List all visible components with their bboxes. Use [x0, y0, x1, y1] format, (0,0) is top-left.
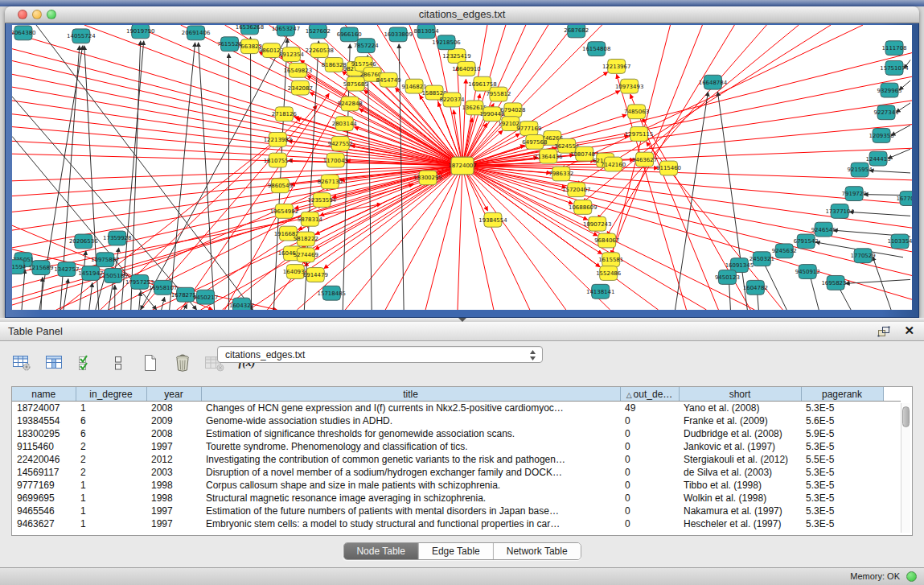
table-row[interactable]: 946362711997Embryonic stem cells: a mode…: [12, 517, 901, 530]
select-rows-icon[interactable]: [76, 352, 97, 373]
table-cell[interactable]: Nakamura et al. (1997): [679, 505, 801, 517]
column-header-short[interactable]: short: [679, 387, 801, 402]
column-header-out_de[interactable]: △out_de…: [620, 387, 679, 402]
table-cell[interactable]: 5.6E-5: [801, 414, 883, 427]
table-cell[interactable]: 2003: [146, 466, 201, 479]
table-cell[interactable]: 2: [76, 453, 146, 466]
table-cell[interactable]: de Silva et al. (2003): [679, 466, 801, 479]
table-row[interactable]: 1456911722003Disruption of a novel membe…: [12, 466, 901, 479]
table-cell[interactable]: 1998: [146, 479, 201, 492]
table-cell[interactable]: 18724007: [12, 402, 76, 415]
tab-edge-table[interactable]: Edge Table: [419, 543, 494, 559]
table-cell[interactable]: 5.3E-5: [801, 440, 883, 453]
table-cell[interactable]: 0: [620, 414, 679, 427]
row-height-icon[interactable]: [108, 352, 129, 373]
table-cell[interactable]: 6: [76, 414, 146, 427]
table-cell[interactable]: 0: [620, 453, 679, 466]
table-row[interactable]: 1938455462009Genome-wide association stu…: [12, 414, 901, 427]
table-cell[interactable]: Corpus callosum shape and size in male p…: [201, 479, 620, 492]
table-cell[interactable]: 5.3E-5: [801, 517, 883, 530]
column-header-year[interactable]: year: [146, 387, 201, 402]
table-vertical-scrollbar[interactable]: [901, 403, 910, 533]
table-cell[interactable]: 9777169: [12, 479, 76, 492]
table-cell[interactable]: 0: [620, 427, 679, 440]
tab-network-table[interactable]: Network Table: [494, 543, 581, 559]
table-cell[interactable]: 9115460: [12, 440, 76, 453]
table-cell[interactable]: 1: [76, 402, 146, 415]
table-cell[interactable]: Estimation of significance thresholds fo…: [201, 427, 620, 440]
table-cell[interactable]: 5.9E-5: [801, 427, 883, 440]
table-cell[interactable]: Changes of HCN gene expression and I(f) …: [201, 402, 620, 415]
table-cell[interactable]: 1997: [146, 440, 201, 453]
table-cell[interactable]: 1: [76, 505, 146, 517]
table-cell[interactable]: 5.3E-5: [801, 492, 883, 505]
table-cell[interactable]: 2009: [146, 414, 201, 427]
table-cell[interactable]: 0: [620, 479, 679, 492]
column-header-pagerank[interactable]: pagerank: [801, 387, 883, 402]
table-row[interactable]: 1872400712008Changes of HCN gene express…: [12, 402, 901, 415]
table-cell[interactable]: Franke et al. (2009): [679, 414, 801, 427]
table-cell[interactable]: Estimation of the future numbers of pati…: [201, 505, 620, 517]
table-cell[interactable]: 6: [76, 427, 146, 440]
table-cell[interactable]: 0: [620, 505, 679, 517]
table-row[interactable]: 1830029562008Estimation of significance …: [12, 427, 901, 440]
table-cell[interactable]: 1997: [146, 517, 201, 530]
column-visibility-icon[interactable]: [43, 352, 64, 373]
table-cell[interactable]: 1: [76, 492, 146, 505]
table-cell[interactable]: 0: [620, 466, 679, 479]
table-cell[interactable]: 2: [76, 466, 146, 479]
zoom-traffic-light-icon[interactable]: [47, 10, 56, 19]
table-row[interactable]: 969969511998Structural magnetic resonanc…: [12, 492, 901, 505]
table-cell[interactable]: 2: [76, 440, 146, 453]
scrollbar-thumb[interactable]: [902, 406, 910, 427]
table-cell[interactable]: 49: [620, 402, 679, 415]
close-traffic-light-icon[interactable]: [18, 10, 27, 19]
network-canvas[interactable]: 7663822986012389123541654982323420872718…: [12, 25, 912, 310]
table-row[interactable]: 977716911998Corpus callosum shape and si…: [12, 479, 901, 492]
table-cell[interactable]: 9465546: [12, 505, 76, 517]
minimize-traffic-light-icon[interactable]: [32, 10, 42, 19]
table-cell[interactable]: Dudbridge et al. (2008): [679, 427, 801, 440]
table-cell[interactable]: 0: [620, 492, 679, 505]
new-document-icon[interactable]: [140, 352, 161, 373]
table-cell[interactable]: Disruption of a novel member of a sodium…: [201, 466, 620, 479]
table-row[interactable]: 2242004622012Investigating the contribut…: [12, 453, 901, 466]
table-cell[interactable]: 1997: [146, 505, 201, 517]
table-cell[interactable]: 14569117: [12, 466, 76, 479]
float-panel-icon[interactable]: [877, 326, 890, 337]
trash-icon[interactable]: [172, 352, 193, 373]
table-cell[interactable]: 2008: [146, 402, 201, 415]
table-cell[interactable]: Structural magnetic resonance image aver…: [201, 492, 620, 505]
table-cell[interactable]: 5.3E-5: [801, 479, 883, 492]
table-cell[interactable]: 5.3E-5: [801, 466, 883, 479]
table-cell[interactable]: 5.3E-5: [801, 505, 883, 517]
table-cell[interactable]: 9699695: [12, 492, 76, 505]
column-header-name[interactable]: name: [12, 387, 76, 402]
table-cell[interactable]: Jankovic et al. (1997): [679, 440, 801, 453]
table-cell[interactable]: Hescheler et al. (1997): [679, 517, 801, 530]
table-select-dropdown[interactable]: citations_edges.txt: [217, 346, 543, 363]
table-cell[interactable]: 1: [76, 479, 146, 492]
table-cell[interactable]: 19384554: [12, 414, 76, 427]
table-cell[interactable]: 0: [620, 440, 679, 453]
table-cell[interactable]: 9463627: [12, 517, 76, 530]
table-cell[interactable]: Stergiakouli et al. (2012): [679, 453, 801, 466]
table-cell[interactable]: 1: [76, 517, 146, 530]
citation-network-graph[interactable]: 7663822986012389123541654982323420872718…: [12, 25, 912, 310]
table-cell[interactable]: Yano et al. (2008): [679, 402, 801, 415]
table-row[interactable]: 911546021997Tourette syndrome. Phenomeno…: [12, 440, 901, 453]
table-cell[interactable]: Tibbo et al. (1998): [679, 479, 801, 492]
network-window-titlebar[interactable]: citations_edges.txt: [5, 6, 919, 23]
table-cell[interactable]: 5.5E-5: [801, 453, 883, 466]
table-cell[interactable]: 2012: [146, 453, 201, 466]
column-header-in_degree[interactable]: in_degree: [76, 387, 146, 402]
table-cell[interactable]: Genome-wide association studies in ADHD.: [201, 414, 620, 427]
table-cell[interactable]: Embryonic stem cells: a model to study s…: [201, 517, 620, 530]
tab-node-table[interactable]: Node Table: [343, 543, 419, 559]
table-cell[interactable]: Tourette syndrome. Phenomenology and cla…: [201, 440, 620, 453]
table-mode-icon[interactable]: [11, 352, 32, 373]
close-panel-icon[interactable]: ✕: [904, 323, 914, 338]
table-row[interactable]: 946554611997Estimation of the future num…: [12, 505, 901, 517]
table-cell[interactable]: 22420046: [12, 453, 76, 466]
table-cell[interactable]: 18300295: [12, 427, 76, 440]
